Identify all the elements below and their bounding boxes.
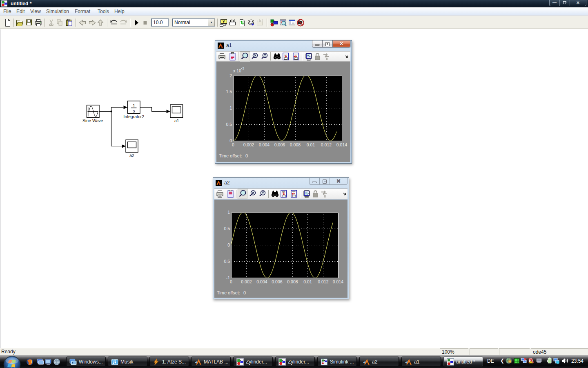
svg-text:0.004: 0.004 <box>256 279 267 284</box>
svg-text:1: 1 <box>229 105 232 110</box>
svg-text:0.002: 0.002 <box>241 279 252 284</box>
svg-text:0: 0 <box>230 279 232 284</box>
svg-text:0.012: 0.012 <box>318 279 328 284</box>
svg-text:1: 1 <box>133 103 135 108</box>
svg-text:-0.5: -0.5 <box>223 259 230 264</box>
svg-text:a2: a2 <box>129 153 134 158</box>
svg-text:0.5: 0.5 <box>224 226 230 231</box>
svg-text:0.014: 0.014 <box>336 142 347 147</box>
svg-text:0.014: 0.014 <box>333 279 343 284</box>
svg-text:0.002: 0.002 <box>243 142 254 147</box>
svg-text:0.01: 0.01 <box>303 279 312 284</box>
svg-text:0.008: 0.008 <box>287 279 298 284</box>
svg-text:0: 0 <box>232 142 234 147</box>
svg-text:0.006: 0.006 <box>274 142 285 147</box>
svg-text:0.01: 0.01 <box>307 142 315 147</box>
svg-text:x 10: x 10 <box>233 68 241 73</box>
svg-text:1.5: 1.5 <box>226 89 232 94</box>
svg-text:-3: -3 <box>241 66 244 70</box>
svg-text:0.012: 0.012 <box>321 142 332 147</box>
svg-text:Integrator2: Integrator2 <box>123 114 144 119</box>
svg-text:0: 0 <box>227 242 230 247</box>
svg-text:1: 1 <box>227 210 230 215</box>
svg-text:Sine Wave: Sine Wave <box>82 118 103 123</box>
svg-text:s: s <box>133 108 135 113</box>
svg-text:a1: a1 <box>174 118 179 123</box>
svg-text:0: 0 <box>243 290 246 295</box>
svg-text:Time offset:: Time offset: <box>219 153 242 158</box>
svg-text:2: 2 <box>229 73 232 78</box>
svg-text:-1: -1 <box>226 275 230 280</box>
svg-text:0.5: 0.5 <box>226 122 232 127</box>
svg-text:0.008: 0.008 <box>290 142 301 147</box>
svg-text:0.004: 0.004 <box>259 142 270 147</box>
svg-text:0: 0 <box>245 153 248 158</box>
svg-text:Time offset:: Time offset: <box>217 290 240 295</box>
svg-text:0.006: 0.006 <box>272 279 282 284</box>
svg-text:Y: Y <box>223 20 225 24</box>
